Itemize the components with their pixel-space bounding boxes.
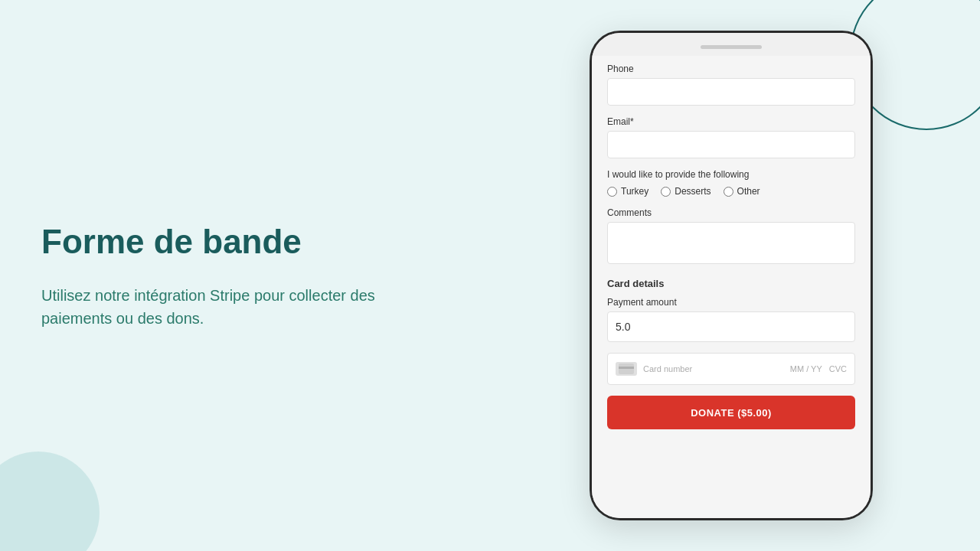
phone-input[interactable] xyxy=(607,78,855,106)
notch-bar xyxy=(701,45,762,49)
comments-field-group: Comments xyxy=(607,207,855,267)
radio-other-label: Other xyxy=(737,186,760,197)
card-expiry-cvc: MM / YY CVC xyxy=(790,364,847,373)
card-details-title: Card details xyxy=(607,278,855,289)
svg-rect-1 xyxy=(619,367,634,369)
radio-other[interactable] xyxy=(724,187,733,197)
payment-amount-label: Payment amount xyxy=(607,297,855,308)
radio-turkey[interactable] xyxy=(607,187,617,197)
comments-input[interactable] xyxy=(607,222,855,264)
phone-notch xyxy=(592,33,871,56)
radio-option-desserts[interactable]: Desserts xyxy=(661,186,710,197)
comments-label: Comments xyxy=(607,207,855,218)
phone-mockup: Phone Email* I would like to provide the… xyxy=(590,31,873,520)
radio-desserts-label: Desserts xyxy=(675,186,710,197)
page-title: Forme de bande xyxy=(41,222,439,262)
radio-options: Turkey Desserts Other xyxy=(607,186,855,197)
card-number-placeholder: Card number xyxy=(643,364,784,373)
donate-button[interactable]: DONATE ($5.00) xyxy=(607,396,855,429)
email-input[interactable] xyxy=(607,131,855,158)
phone-field-group: Phone xyxy=(607,64,855,106)
phone-content: Phone Email* I would like to provide the… xyxy=(592,56,871,518)
card-icon xyxy=(616,362,637,376)
radio-option-turkey[interactable]: Turkey xyxy=(607,186,648,197)
decorative-circle-bottom-left xyxy=(0,452,100,551)
radio-field-group: I would like to provide the following Tu… xyxy=(607,169,855,197)
left-section: Forme de bande Utilisez notre intégratio… xyxy=(41,222,439,330)
payment-amount-group: Payment amount xyxy=(607,297,855,342)
card-details-box[interactable]: Card number MM / YY CVC xyxy=(607,353,855,385)
page-subtitle: Utilisez notre intégration Stripe pour c… xyxy=(41,283,439,329)
radio-option-other[interactable]: Other xyxy=(724,186,760,197)
phone-label: Phone xyxy=(607,64,855,74)
email-label: Email* xyxy=(607,116,855,127)
radio-desserts[interactable] xyxy=(661,187,671,197)
card-details-section: Card details Payment amount Card number … xyxy=(607,278,855,385)
provide-label: I would like to provide the following xyxy=(607,169,855,180)
email-field-group: Email* xyxy=(607,116,855,158)
payment-amount-input[interactable] xyxy=(607,311,855,342)
radio-turkey-label: Turkey xyxy=(621,186,648,197)
